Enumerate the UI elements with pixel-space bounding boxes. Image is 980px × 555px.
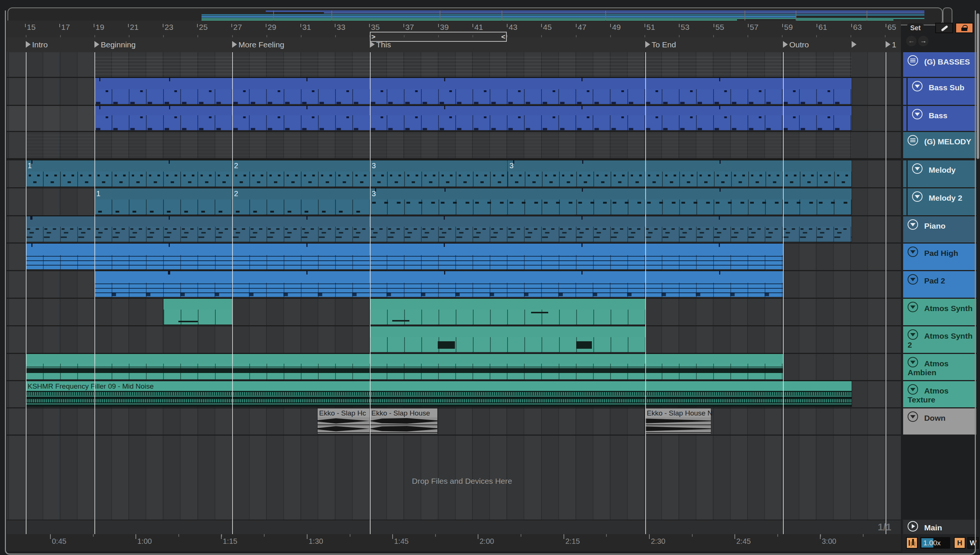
row-atmos-synth2[interactable] [7, 326, 901, 353]
clip-atmos-synth-2[interactable] [370, 299, 645, 324]
fold-icon[interactable] [908, 247, 918, 257]
clip-melody2-3[interactable]: 3 [370, 188, 851, 215]
row-atmos-synth[interactable] [7, 299, 901, 325]
fold-icon[interactable] [912, 81, 922, 91]
fold-icon[interactable] [912, 164, 922, 174]
group-icon[interactable] [908, 135, 918, 146]
fold-icon[interactable] [912, 109, 922, 119]
locator-line [370, 52, 371, 534]
track-header-pad-high[interactable]: Pad High [903, 244, 976, 270]
row-melody[interactable]: 1 2 3 3 [7, 160, 901, 187]
clip-bass-sub[interactable] [95, 78, 851, 104]
clip-melody-3[interactable]: 3 [370, 160, 508, 186]
vertical-scrollbar[interactable] [977, 13, 979, 159]
fold-icon[interactable] [908, 274, 918, 285]
clip-melody2-1[interactable]: 1 [95, 188, 232, 215]
audition-button[interactable] [906, 537, 918, 549]
locator-line [95, 52, 95, 534]
track-header-group-basses[interactable]: (G) BASSES [903, 52, 976, 77]
page-indicator: 1/1 [878, 521, 891, 533]
track-header-melody[interactable]: Melody [903, 160, 976, 187]
midi-note [531, 312, 548, 313]
locator-line [26, 52, 26, 534]
group-summary [95, 55, 851, 75]
clip-ekko-b[interactable]: Ekko - Slap House [370, 408, 437, 434]
time-label: 2:45 [736, 537, 751, 546]
clip-title: Ekko - Slap House N [647, 409, 712, 417]
clip-ekko-c[interactable]: Ekko - Slap House N [645, 408, 711, 434]
play-icon[interactable] [908, 521, 918, 531]
row-melody2[interactable]: 1 2 3 [7, 188, 901, 215]
set-locator-button[interactable]: Set [906, 23, 925, 33]
track-header-down[interactable]: Down [903, 408, 976, 435]
clip-bass[interactable] [95, 106, 851, 130]
clip-atmos-ambient[interactable] [26, 354, 783, 379]
row-group-melody[interactable] [7, 132, 901, 158]
time-label: 0:45 [52, 537, 66, 546]
clip-melody-1[interactable]: 1 [26, 160, 232, 186]
clip-kshmr[interactable]: KSHMR Frequency Filler 09 - Mid Noise [26, 381, 851, 407]
locator-triangle-icon [26, 41, 31, 48]
track-header-melody2[interactable]: Melody 2 [903, 188, 976, 215]
prev-marker-button[interactable]: ← [906, 36, 917, 46]
row-down[interactable]: Ekko - Slap Hc Ekko - Slap House Ekko - … [7, 408, 901, 435]
fold-icon[interactable] [908, 329, 918, 340]
bar-number: 25 [199, 23, 207, 32]
clip-melody-2[interactable]: 2 [232, 160, 370, 186]
track-header-atmos-synth2[interactable]: Atmos Synth 2 [903, 326, 976, 353]
clip-pad-high[interactable] [26, 244, 783, 269]
fold-icon[interactable] [912, 191, 922, 202]
row-atmos-texture[interactable]: KSHMR Frequency Filler 09 - Mid Noise [7, 381, 901, 407]
track-header-main[interactable]: Main [903, 520, 976, 534]
fold-icon[interactable] [908, 384, 918, 395]
row-group-basses[interactable] [7, 52, 901, 77]
midi-note [576, 341, 592, 349]
fold-icon[interactable] [908, 302, 918, 312]
group-icon[interactable] [908, 55, 918, 66]
row-pad2[interactable] [7, 271, 901, 298]
fold-icon[interactable] [908, 411, 918, 422]
clip-melody2-2[interactable]: 2 [232, 188, 370, 215]
fold-icon[interactable] [908, 219, 918, 230]
bar-number: 63 [853, 23, 862, 32]
midi-note [438, 341, 455, 349]
fold-icon[interactable] [908, 357, 918, 367]
clip-ekko-a[interactable]: Ekko - Slap Hc [318, 408, 370, 434]
clip-pad2[interactable] [95, 271, 783, 297]
clip-atmos-synth2[interactable] [370, 326, 645, 352]
main-track-lane[interactable] [7, 520, 901, 534]
bar-number: 65 [887, 23, 896, 32]
clip-piano[interactable] [26, 217, 851, 242]
clip-atmos-synth-1[interactable] [164, 299, 232, 324]
row-bass[interactable] [7, 106, 901, 131]
lock-envelopes-button[interactable] [955, 23, 973, 33]
row-atmos-ambient[interactable] [7, 354, 901, 380]
track-header-atmos-synth[interactable]: Atmos Synth [903, 299, 976, 325]
next-marker-button[interactable]: → [918, 36, 929, 46]
zoom-height-button[interactable]: H [954, 537, 966, 549]
track-header-pad2[interactable]: Pad 2 [903, 271, 976, 298]
track-header-bass[interactable]: Bass [903, 106, 976, 131]
clip-title: KSHMR Frequency Filler 09 - Mid Noise [27, 382, 154, 390]
time-ruler[interactable]: 0:45 1:00 1:15 1:30 1:45 2:00 2:15 2:30 … [7, 534, 901, 551]
track-header-atmos-ambient[interactable]: Atmos Ambien [903, 354, 976, 380]
draw-mode-button[interactable] [935, 23, 953, 33]
arrangement-area[interactable]: 1 2 3 3 1 [7, 52, 901, 534]
bar-number: 61 [818, 23, 827, 32]
playback-speed-control[interactable]: 1.00x [920, 537, 950, 549]
locator-row[interactable]: >< Intro Beginning More Feeling This To … [7, 37, 901, 52]
row-bass-sub[interactable] [7, 78, 901, 105]
track-header-atmos-texture[interactable]: Atmos Texture [903, 381, 976, 407]
clip-melody-4[interactable]: 3 [508, 160, 851, 186]
track-header-bass-sub[interactable]: Bass Sub [903, 78, 976, 105]
clip-title: Ekko - Slap House [371, 409, 430, 417]
zoom-width-button[interactable]: W [967, 537, 979, 549]
waveform [370, 418, 437, 424]
row-piano[interactable] [7, 217, 901, 242]
track-header-piano[interactable]: Piano [903, 217, 976, 242]
waveform [318, 418, 370, 424]
row-pad-high[interactable] [7, 244, 901, 270]
time-label: 1:00 [137, 537, 152, 546]
clip-title: Ekko - Slap Hc [319, 409, 366, 417]
track-header-group-melody[interactable]: (G) MELODY [903, 132, 976, 158]
